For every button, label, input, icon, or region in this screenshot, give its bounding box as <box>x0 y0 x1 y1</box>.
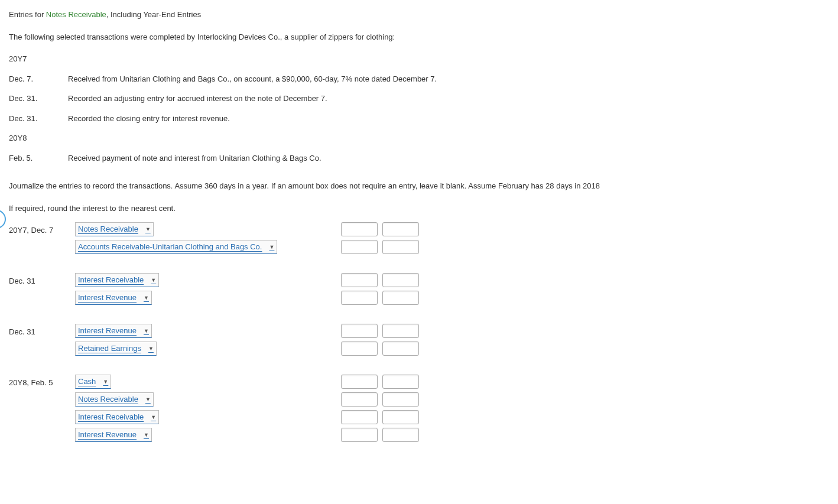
journal-date: Dec. 31 <box>9 324 75 338</box>
account-select-value: Interest Revenue <box>78 326 137 336</box>
chevron-down-icon: ▼ <box>144 326 149 336</box>
debit-input[interactable] <box>341 410 378 424</box>
account-select[interactable]: Interest Receivable ▼ <box>75 273 159 287</box>
account-select[interactable]: Accounts Receivable-Unitarian Clothing a… <box>75 240 277 254</box>
transaction-desc: Received from Unitarian Clothing and Bag… <box>68 73 829 85</box>
journal-row: Interest Receivable ▼ <box>9 410 829 424</box>
account-select[interactable]: Cash ▼ <box>75 375 111 389</box>
account-select-value: Interest Revenue <box>78 430 137 440</box>
account-select-value: Notes Receivable <box>78 224 138 235</box>
debit-input[interactable] <box>341 222 378 236</box>
credit-input[interactable] <box>382 222 419 236</box>
chevron-down-icon: ▼ <box>151 412 156 422</box>
title-prefix: Entries for <box>9 10 46 19</box>
year-20y7: 20Y7 <box>9 53 829 65</box>
debit-input[interactable] <box>341 240 378 254</box>
journal-date: Dec. 31 <box>9 273 75 287</box>
transaction-row: Feb. 5. Received payment of note and int… <box>9 152 829 164</box>
journal-row: Dec. 31 Interest Receivable ▼ <box>9 273 829 287</box>
account-select-value: Retained Earnings <box>78 343 141 354</box>
transaction-desc: Recorded an adjusting entry for accrued … <box>68 93 829 105</box>
journal-row: Accounts Receivable-Unitarian Clothing a… <box>9 240 829 254</box>
account-select-value: Cash <box>78 376 96 387</box>
year-20y8: 20Y8 <box>9 132 829 144</box>
account-select-value: Interest Receivable <box>78 275 144 285</box>
account-select[interactable]: Interest Revenue ▼ <box>75 324 152 338</box>
transaction-row: Dec. 31. Recorded an adjusting entry for… <box>9 93 829 105</box>
debit-input[interactable] <box>341 375 378 389</box>
journal-row: Interest Revenue ▼ <box>9 291 829 305</box>
debit-input[interactable] <box>341 324 378 338</box>
credit-input[interactable] <box>382 375 419 389</box>
transaction-desc: Recorded the closing entry for interest … <box>68 113 829 125</box>
journal-row: Dec. 31 Interest Revenue ▼ <box>9 324 829 338</box>
credit-input[interactable] <box>382 240 419 254</box>
account-select-value: Notes Receivable <box>78 394 138 405</box>
chevron-down-icon: ▼ <box>145 224 151 235</box>
account-select[interactable]: Interest Revenue ▼ <box>75 428 152 442</box>
transaction-date: Feb. 5. <box>9 152 68 164</box>
rounding-note: If required, round the interest to the n… <box>9 203 829 214</box>
title-suffix: , Including Year-End Entries <box>106 10 201 19</box>
transaction-date: Dec. 31. <box>9 113 68 125</box>
step-indicator <box>0 210 6 229</box>
credit-input[interactable] <box>382 342 419 356</box>
transaction-date: Dec. 31. <box>9 93 68 105</box>
debit-input[interactable] <box>341 273 378 287</box>
chevron-down-icon: ▼ <box>145 394 151 405</box>
journal-row: 20Y8, Feb. 5 Cash ▼ <box>9 375 829 389</box>
intro-text: The following selected transactions were… <box>9 31 829 43</box>
account-select[interactable]: Interest Revenue ▼ <box>75 291 152 305</box>
journal-date: 20Y8, Feb. 5 <box>9 375 75 389</box>
journal-row: 20Y7, Dec. 7 Notes Receivable ▼ <box>9 222 829 236</box>
chevron-down-icon: ▼ <box>148 343 154 354</box>
transaction-desc: Received payment of note and interest fr… <box>68 152 829 164</box>
instructions-text: Journalize the entries to record the tra… <box>9 180 829 192</box>
credit-input[interactable] <box>382 410 419 424</box>
journal-row: Interest Revenue ▼ <box>9 428 829 442</box>
journal-row: Notes Receivable ▼ <box>9 392 829 407</box>
account-select[interactable]: Notes Receivable ▼ <box>75 222 154 236</box>
credit-input[interactable] <box>382 273 419 287</box>
account-select[interactable]: Notes Receivable ▼ <box>75 392 154 407</box>
credit-input[interactable] <box>382 428 419 442</box>
account-select[interactable]: Retained Earnings ▼ <box>75 342 157 356</box>
account-select[interactable]: Interest Receivable ▼ <box>75 410 159 424</box>
transaction-row: Dec. 7. Received from Unitarian Clothing… <box>9 73 829 85</box>
journal-date: 20Y7, Dec. 7 <box>9 222 75 236</box>
account-select-value: Accounts Receivable-Unitarian Clothing a… <box>78 242 262 252</box>
chevron-down-icon: ▼ <box>144 430 149 440</box>
debit-input[interactable] <box>341 428 378 442</box>
chevron-down-icon: ▼ <box>103 376 108 387</box>
chevron-down-icon: ▼ <box>269 242 274 252</box>
transaction-row: Dec. 31. Recorded the closing entry for … <box>9 113 829 125</box>
page-title: Entries for Notes Receivable, Including … <box>9 9 829 21</box>
account-select-value: Interest Revenue <box>78 292 137 303</box>
debit-input[interactable] <box>341 291 378 305</box>
credit-input[interactable] <box>382 392 419 407</box>
credit-input[interactable] <box>382 291 419 305</box>
credit-input[interactable] <box>382 324 419 338</box>
transaction-date: Dec. 7. <box>9 73 68 85</box>
chevron-down-icon: ▼ <box>144 292 149 303</box>
account-select-value: Interest Receivable <box>78 412 144 422</box>
title-link[interactable]: Notes Receivable <box>46 10 106 19</box>
debit-input[interactable] <box>341 392 378 407</box>
chevron-down-icon: ▼ <box>151 275 156 285</box>
journal-row: Retained Earnings ▼ <box>9 342 829 356</box>
debit-input[interactable] <box>341 342 378 356</box>
